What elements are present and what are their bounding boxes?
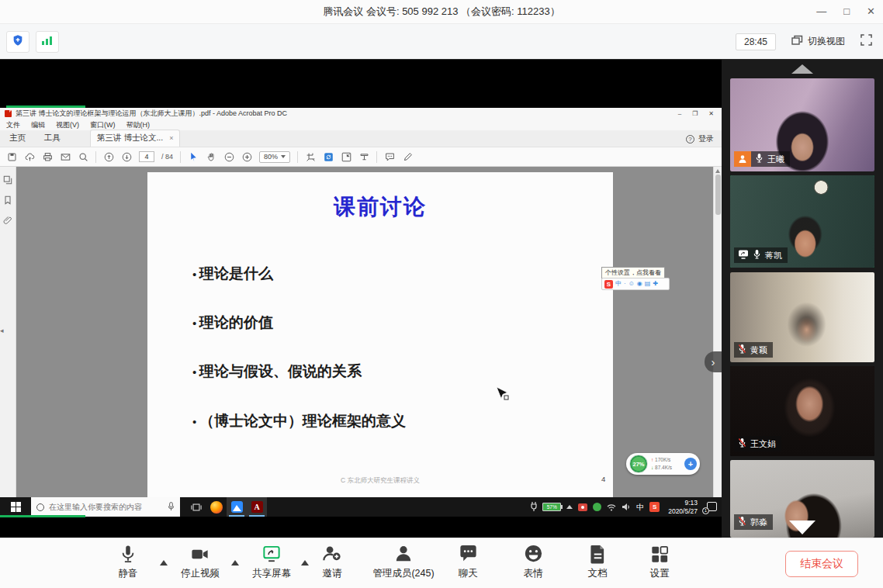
column-tool-icon[interactable] [358, 151, 369, 162]
page-up-icon[interactable] [103, 151, 114, 162]
scrollbar-thumb[interactable] [715, 175, 721, 215]
export-pdf-icon[interactable] [323, 151, 334, 162]
action-center-icon[interactable]: 1 [703, 501, 717, 514]
hand-tool-icon[interactable] [206, 151, 216, 162]
tray-network-icon[interactable] [607, 500, 616, 514]
ime-mode-icon[interactable]: 中 [615, 281, 622, 287]
power-plug-icon [531, 500, 537, 514]
participant-tile[interactable]: 黄颖 [730, 272, 874, 362]
search-icon[interactable] [78, 151, 88, 162]
taskbar-search[interactable] [31, 497, 180, 517]
tab-close-icon[interactable]: × [169, 134, 173, 142]
mic-muted-icon [738, 437, 746, 451]
menu-help[interactable]: 帮助(H) [126, 120, 151, 130]
mute-options-caret[interactable] [160, 560, 168, 566]
ime-toolbar[interactable]: 中 · ☺ ◉ ▤ ✚ [601, 278, 670, 290]
help-icon[interactable] [686, 135, 694, 144]
sogou-tray-icon[interactable] [649, 502, 660, 512]
search-mic-icon[interactable] [168, 500, 175, 514]
close-button[interactable]: ✕ [867, 0, 875, 23]
ime-indicator[interactable]: 中 [636, 502, 644, 513]
share-screen-button[interactable]: 共享屏幕 [242, 543, 301, 580]
print-icon[interactable] [42, 151, 53, 162]
participant-tile[interactable]: 郭淼 [730, 460, 874, 538]
zoom-out-icon[interactable] [223, 151, 234, 162]
bookmarks-icon[interactable] [3, 194, 12, 203]
scroll-up-icon[interactable] [715, 169, 720, 173]
ime-keyboard-icon[interactable]: ▤ [645, 281, 651, 287]
participant-tile[interactable]: 王曦 [730, 78, 874, 171]
ime-mic-icon[interactable]: ◉ [637, 281, 642, 287]
participant-tile[interactable]: 蒋凯 [730, 175, 874, 268]
menu-window[interactable]: 窗口(W) [90, 120, 116, 130]
boost-button[interactable] [684, 458, 697, 470]
emoji-button[interactable]: 表情 [505, 543, 561, 580]
sogou-logo-icon[interactable] [604, 280, 613, 289]
tab-tools[interactable]: 工具 [35, 130, 70, 147]
maximize-button[interactable]: □ [843, 0, 850, 23]
save-icon[interactable] [6, 151, 17, 162]
end-meeting-button[interactable]: 结束会议 [785, 551, 858, 577]
invite-button[interactable]: 邀请 [304, 543, 360, 580]
collapse-panel-icon[interactable] [0, 327, 4, 334]
stop-video-button[interactable]: 停止视频 [171, 543, 230, 580]
chat-button[interactable]: 聊天 [440, 543, 496, 580]
participant-namebar: 王曦 [734, 151, 790, 167]
search-input[interactable] [49, 503, 163, 511]
attachments-icon[interactable] [3, 214, 12, 223]
battery-indicator[interactable]: 57% [542, 503, 561, 511]
meeting-topbar: 28:45 切换视图 [0, 23, 883, 60]
tab-home[interactable]: 主页 [0, 130, 35, 147]
next-page-chevron[interactable] [705, 351, 722, 372]
meeting-taskbar-icon[interactable] [227, 497, 247, 517]
mute-button[interactable]: 静音 [99, 543, 158, 580]
firefox-taskbar-icon[interactable] [206, 497, 227, 517]
docs-button[interactable]: 文档 [570, 543, 625, 580]
acrobat-close-button[interactable]: ✕ [708, 110, 714, 117]
acrobat-restore-button[interactable]: ❐ [692, 110, 698, 117]
start-button[interactable] [0, 497, 31, 517]
meeting-security-button[interactable] [6, 31, 29, 53]
ime-punct-icon[interactable]: · [624, 281, 626, 287]
tab-document[interactable]: 第三讲 博士论文... × [90, 130, 180, 147]
page-number-input[interactable] [139, 151, 154, 162]
email-icon[interactable] [60, 151, 71, 162]
menu-view[interactable]: 视图(V) [56, 120, 79, 130]
comment-icon[interactable] [384, 151, 395, 162]
net-monitor-widget[interactable]: 27% 170K/s 87.4K/s [626, 453, 700, 475]
menu-file[interactable]: 文件 [6, 120, 20, 130]
vertical-scrollbar[interactable] [713, 167, 722, 497]
switch-view-button[interactable]: 切换视图 [791, 35, 845, 48]
video-options-caret[interactable] [231, 560, 239, 566]
manage-members-button[interactable]: 管理成员(245) [358, 543, 448, 580]
minimize-button[interactable]: — [816, 0, 826, 23]
zoom-in-icon[interactable] [241, 151, 252, 162]
tray-safety-icon[interactable] [593, 503, 601, 511]
person-icon [394, 543, 413, 565]
tray-volume-icon[interactable] [622, 500, 631, 514]
snapshot-icon[interactable] [305, 151, 316, 162]
network-quality-button[interactable] [36, 31, 59, 53]
signin-link[interactable]: 登录 [698, 133, 714, 144]
acrobat-minimize-button[interactable]: – [678, 110, 681, 117]
scroll-down-arrow[interactable] [789, 521, 815, 534]
settings-button[interactable]: 设置 [632, 543, 687, 580]
scroll-up-arrow[interactable] [791, 64, 813, 74]
ime-emoji-icon[interactable]: ☺ [628, 281, 635, 287]
ime-toolbox-icon[interactable]: ✚ [653, 281, 658, 287]
participant-tile[interactable]: 王文娟 [730, 366, 874, 456]
pencil-icon[interactable] [402, 151, 413, 162]
tray-camera-icon[interactable] [578, 503, 587, 511]
page-thumbnails-icon[interactable] [3, 174, 12, 183]
page-down-icon[interactable] [121, 151, 132, 162]
fullscreen-button[interactable] [860, 34, 872, 49]
tray-expand-icon[interactable] [566, 505, 573, 509]
acrobat-taskbar-icon[interactable] [247, 497, 267, 517]
fit-window-icon[interactable] [341, 151, 351, 162]
task-view-button[interactable] [186, 497, 206, 517]
select-cursor-icon[interactable] [188, 151, 199, 162]
clock[interactable]: 9:13 2020/5/27 [665, 499, 698, 515]
zoom-level-dropdown[interactable]: 80% [259, 151, 290, 163]
menu-edit[interactable]: 编辑 [31, 120, 45, 130]
upload-cloud-icon[interactable] [24, 151, 35, 162]
